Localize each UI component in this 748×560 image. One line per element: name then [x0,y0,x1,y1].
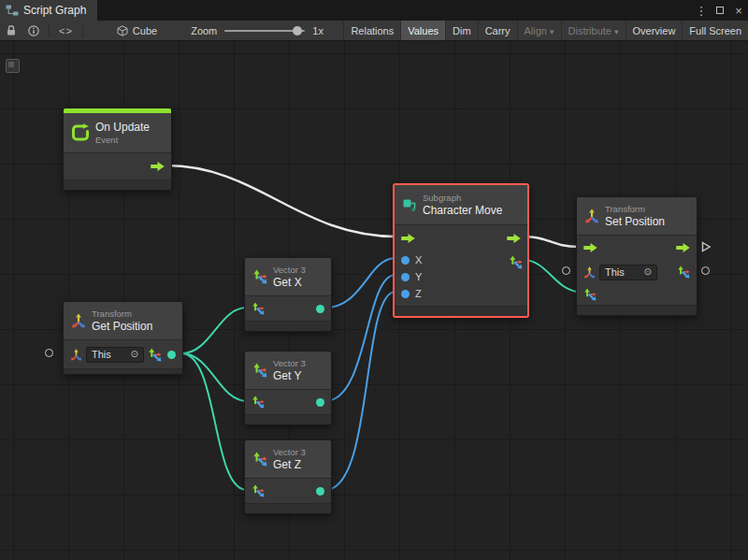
node-footer [245,503,331,513]
window-menu-button[interactable]: ⋮ [692,0,711,21]
flow-output-port[interactable] [676,243,690,252]
flow-output-port[interactable] [507,234,521,243]
flow-input-port[interactable] [583,243,597,252]
button-label: Relations [351,25,394,36]
zoom-label: Zoom [191,25,217,36]
toolbar-button-distribute[interactable]: Distribute ▾ [561,21,626,40]
vector3-output-port[interactable] [509,255,523,269]
node-get-x[interactable]: Vector 3 Get X [244,257,332,332]
node-header: Subgraph Character Move [395,185,527,224]
target-object-button[interactable]: Cube [111,21,163,40]
input-port-x[interactable] [401,256,410,265]
node-get-z[interactable]: Vector 3 Get Z [244,439,332,514]
target-object-label: Cube [133,25,157,36]
button-label: Carry [485,25,511,36]
wire-getposition-to-getz[interactable] [181,353,247,490]
vector3-input-port[interactable] [252,395,265,409]
float-output-port[interactable] [316,487,324,495]
button-label: Align [525,25,547,36]
toolbar-button-overview[interactable]: Overview [626,21,683,40]
graph-canvas[interactable]: On Update Event Transform Get Position [0,41,748,560]
node-header: Vector 3 Get Z [245,440,331,478]
node-type-label: Vector 3 [273,447,306,457]
node-get-position[interactable]: Transform Get Position This ⊙ [63,301,183,375]
transform-port-icon[interactable] [583,266,596,279]
node-type-label: Event [95,135,150,145]
button-label: Distribute [568,25,611,36]
toolbar-separator [49,23,50,37]
node-on-update[interactable]: On Update Event [63,108,172,191]
node-set-position[interactable]: Transform Set Position This ⊙ [576,196,698,316]
transform-port-icon[interactable] [70,349,82,361]
info-button[interactable] [22,21,45,40]
window-close-button[interactable]: × [729,0,748,21]
chevron-down-icon: ▾ [550,27,554,36]
code-view-button[interactable]: <> [53,21,79,40]
toolbar-button-align[interactable]: Align ▾ [517,21,561,40]
input-port-y[interactable] [401,273,410,281]
this-field-value: This [92,349,111,360]
script-graph-window: Script Graph ⋮ × <> Cube Zoom 1x [0,0,748,560]
node-footer [64,368,182,374]
node-title: Get Y [273,369,306,382]
this-field[interactable]: This ⊙ [599,265,657,280]
input-port-z[interactable] [401,290,410,298]
wire-gety-to-charactermove-y[interactable] [325,275,396,401]
button-label: Full Screen [689,25,741,36]
lock-button[interactable] [0,21,22,40]
node-character-move[interactable]: Subgraph Character Move X Y [393,183,529,318]
zoom-slider-knob[interactable] [293,26,302,36]
wire-getposition-to-getx[interactable] [181,308,247,353]
close-icon: × [735,4,742,18]
unconnected-this-port-setposition[interactable] [562,266,570,275]
wire-charactermove-to-setposition-value[interactable] [523,260,577,292]
node-type-label: Transform [605,204,665,214]
vector3-input-port[interactable] [252,484,265,497]
wire-flow-onupdate-to-charactermove[interactable] [166,165,396,237]
script-graph-icon [6,5,19,16]
toolbar-button-relations[interactable]: Relations [343,21,400,40]
object-picker-icon[interactable]: ⊙ [644,267,652,277]
toolbar-button-dim[interactable]: Dim [445,21,478,40]
toolbar-button-values[interactable]: Values [400,21,445,40]
toolbar-button-carry[interactable]: Carry [478,21,517,40]
node-title: Character Move [423,204,502,217]
toolbar-button-group: Relations Values Dim Carry Align ▾ Distr… [343,21,748,40]
transform-output-port[interactable] [677,266,690,279]
zoom-slider[interactable] [224,30,305,32]
tab-script-graph[interactable]: Script Graph [0,0,97,21]
position-output-port[interactable] [167,351,176,359]
subgraph-icon [402,197,417,212]
object-picker-icon[interactable]: ⊙ [131,350,138,359]
wire-flow-charactermove-to-setposition[interactable] [524,237,579,247]
node-get-y[interactable]: Vector 3 Get Y [244,351,332,425]
update-event-icon [71,123,90,142]
unconnected-this-port-getposition[interactable] [45,349,53,357]
wire-getposition-to-gety[interactable] [181,353,247,401]
node-title: Get Position [92,320,152,333]
unconnected-flow-port-triangle[interactable] [700,241,712,252]
vector3-input-port[interactable] [252,302,265,315]
vector3-icon [148,348,162,362]
tab-bar: Script Graph ⋮ × [0,0,748,21]
node-type-label: Vector 3 [273,358,306,368]
window-maximize-button[interactable] [711,0,729,21]
this-field[interactable]: This ⊙ [86,347,144,363]
flow-input-port[interactable] [401,234,415,243]
node-footer [245,321,331,331]
float-output-port[interactable] [316,398,324,407]
vector3-icon [252,269,267,284]
zoom-value: 1x [312,25,324,36]
flow-output-port[interactable] [151,162,165,171]
node-header: On Update Event [64,113,171,152]
unconnected-output-port-setposition[interactable] [701,266,710,275]
vector3-input-port[interactable] [583,288,597,301]
toolbar-button-fullscreen[interactable]: Full Screen [682,21,748,40]
float-output-port[interactable] [316,305,324,313]
node-title: On Update [95,121,150,134]
transform-icon [584,208,599,223]
toolbar-separator [82,23,83,37]
wire-getz-to-charactermove-z[interactable] [325,292,396,490]
vector3-icon [252,452,267,467]
node-header: Vector 3 Get X [245,258,331,295]
